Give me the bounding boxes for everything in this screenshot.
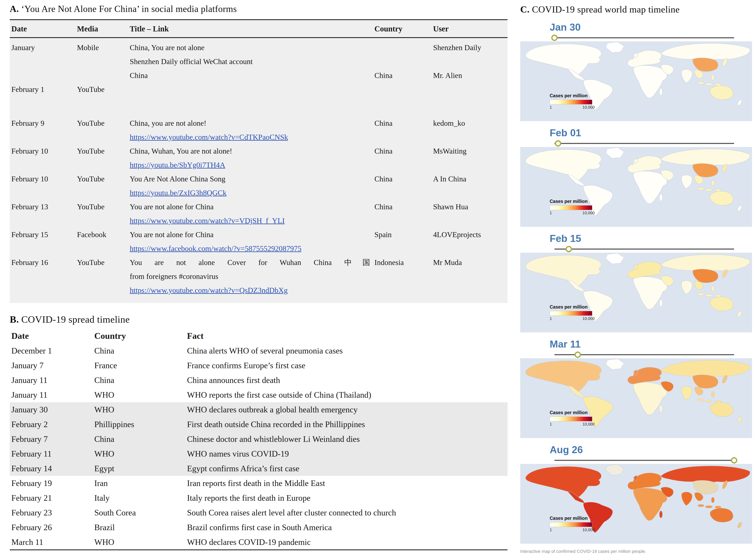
video-link[interactable]: https://youtu.be/SbYg0i7TH4A bbox=[130, 161, 225, 169]
timeline-table-body: December 1 China China alerts WHO of sev… bbox=[10, 343, 508, 549]
cell-country: China bbox=[374, 200, 433, 214]
cell-title-link: China, Wuhan, You are not alone! bbox=[130, 144, 374, 158]
table-row: February 9 YouTube China, you are not al… bbox=[11, 116, 508, 130]
cell-fact: Brazil confirms first case in South Amer… bbox=[187, 523, 509, 532]
map-card: Aug 26 Cases per million 1 bbox=[520, 443, 752, 544]
cell-country: China bbox=[374, 116, 433, 130]
map-date-label: Aug 26 bbox=[550, 444, 583, 456]
slider-track[interactable] bbox=[554, 354, 734, 355]
slider-handle[interactable] bbox=[551, 35, 558, 41]
map-card-header: Feb 01 bbox=[520, 126, 752, 146]
timeline-slider[interactable] bbox=[554, 141, 734, 146]
table-row: from foreigners #coronavirus bbox=[11, 269, 508, 283]
cell-country bbox=[374, 130, 433, 144]
cell-title-link: https://www.youtube.com/watch?v=CdTKPaoC… bbox=[130, 130, 374, 144]
cell-user: Shenzhen Daily bbox=[433, 41, 509, 55]
table-row: February 2 Phillippines First death outs… bbox=[10, 417, 508, 432]
video-title: You are not alone for China bbox=[130, 202, 214, 211]
slider-handle[interactable] bbox=[575, 352, 581, 358]
video-link[interactable]: https://www.youtube.com/watch?v=CdTKPaoC… bbox=[130, 133, 288, 141]
cell-country: Egypt bbox=[94, 464, 187, 473]
legend-min: 1 bbox=[550, 527, 552, 532]
slider-track[interactable] bbox=[554, 143, 734, 144]
video-link[interactable]: https://www.youtube.com/watch?v=VDjSH_f_… bbox=[130, 216, 285, 225]
col-header-country: Country bbox=[374, 24, 433, 33]
cell-title-link: China, you are not alone! bbox=[130, 116, 374, 130]
timeline-slider[interactable] bbox=[554, 246, 734, 252]
cell-date: February 10 bbox=[11, 144, 77, 158]
cell-date: January bbox=[11, 41, 77, 55]
slider-track[interactable] bbox=[554, 37, 734, 38]
video-link[interactable]: https://www.facebook.com/watch/?v=587555… bbox=[130, 244, 301, 253]
cell-date: January 11 bbox=[11, 375, 94, 385]
table-row: Shenzhen Daily official WeChat account bbox=[11, 55, 508, 68]
cell-fact: Egypt confirms Africa’s first case bbox=[187, 464, 509, 473]
panel-a-title-text: ‘You Are Not Alone For China’ in social … bbox=[21, 4, 237, 14]
cell-country: China bbox=[94, 346, 187, 356]
cell-user bbox=[433, 269, 509, 283]
cell-country bbox=[374, 158, 433, 172]
legend-gradient bbox=[550, 100, 592, 104]
map-card-header: Feb 15 bbox=[520, 232, 752, 252]
cell-country bbox=[374, 83, 433, 97]
timeline-slider[interactable] bbox=[554, 458, 734, 463]
map-legend: Cases per million 1 10,000 bbox=[550, 199, 595, 215]
panel-a-label: A. bbox=[10, 4, 19, 14]
cell-media bbox=[77, 68, 130, 83]
col-header-country: Country bbox=[94, 331, 187, 341]
cell-title-link: https://youtu.be/SbYg0i7TH4A bbox=[130, 158, 374, 172]
cell-media bbox=[77, 214, 130, 228]
col-header-media: Media bbox=[77, 24, 130, 33]
cell-fact: Iran reports first death in the Middle E… bbox=[187, 478, 509, 488]
cell-date bbox=[11, 186, 77, 200]
cell-country: China bbox=[94, 434, 187, 444]
cell-title-link: https://www.youtube.com/watch?v=VDjSH_f_… bbox=[130, 214, 374, 228]
slider-track[interactable] bbox=[554, 460, 734, 461]
cell-title-link: You are not alone Cover for Wuhan China … bbox=[130, 256, 374, 269]
map-card-header: Aug 26 bbox=[520, 443, 752, 463]
cell-title-link bbox=[130, 83, 374, 97]
video-title: You Are Not Alone China Song bbox=[130, 175, 225, 183]
timeline-slider[interactable] bbox=[554, 35, 734, 41]
table-row: February 7 China Chinese doctor and whis… bbox=[10, 432, 508, 446]
cell-date: February 16 bbox=[11, 256, 77, 269]
slider-handle[interactable] bbox=[731, 457, 737, 463]
table-row: January Mobile China, You are not alone … bbox=[11, 41, 508, 55]
cell-fact: WHO declares COVID-19 pandemic bbox=[187, 537, 509, 547]
slider-handle[interactable] bbox=[566, 246, 572, 252]
map-date-label: Jan 30 bbox=[550, 21, 581, 33]
table-row: China China Mr. Alien bbox=[11, 68, 508, 83]
cell-country: Brazil bbox=[94, 523, 187, 532]
map-date-label: Mar 11 bbox=[550, 338, 581, 350]
col-header-title-link: Title – Link bbox=[130, 24, 374, 33]
cell-media: Mobile bbox=[77, 41, 130, 55]
cell-date bbox=[11, 283, 77, 297]
cell-media bbox=[77, 242, 130, 256]
video-link[interactable]: https://www.youtube.com/watch?v=QsDZ3ndD… bbox=[130, 286, 288, 295]
timeline-slider[interactable] bbox=[554, 352, 734, 358]
table-row: February 19 Iran Iran reports first deat… bbox=[10, 476, 508, 491]
legend-title: Cases per million bbox=[550, 304, 595, 310]
panel-a-title: A.‘You Are Not Alone For China’ in socia… bbox=[10, 4, 508, 14]
cell-fact: Chinese doctor and whistleblower Li Wein… bbox=[187, 434, 509, 444]
table-row: February 14 Egypt Egypt confirms Africa’… bbox=[10, 461, 508, 476]
video-link[interactable]: https://youtu.be/ZxIG3h8QGCk bbox=[130, 188, 226, 197]
cell-fact: WHO declares outbreak a global health em… bbox=[187, 405, 509, 414]
cell-media: YouTube bbox=[77, 116, 130, 130]
cell-user bbox=[433, 97, 509, 116]
slider-track[interactable] bbox=[554, 249, 734, 250]
cell-country bbox=[374, 269, 433, 283]
map-card-header: Mar 11 bbox=[520, 338, 752, 358]
cell-date: March 11 bbox=[11, 537, 94, 547]
table-row: January 11 WHO WHO reports the first cas… bbox=[10, 387, 508, 402]
cell-country: Iran bbox=[94, 478, 187, 488]
left-column: A.‘You Are Not Alone For China’ in socia… bbox=[10, 4, 508, 550]
slider-handle[interactable] bbox=[555, 140, 561, 147]
cell-media bbox=[77, 97, 130, 116]
cell-title-link: You are not alone for China bbox=[130, 200, 374, 214]
panel-b-title: B.COVID-19 spread timeline bbox=[10, 314, 508, 325]
cell-country: China bbox=[374, 172, 433, 186]
col-header-date: Date bbox=[11, 24, 77, 33]
cell-date bbox=[11, 269, 77, 283]
legend-min: 1 bbox=[550, 211, 552, 215]
